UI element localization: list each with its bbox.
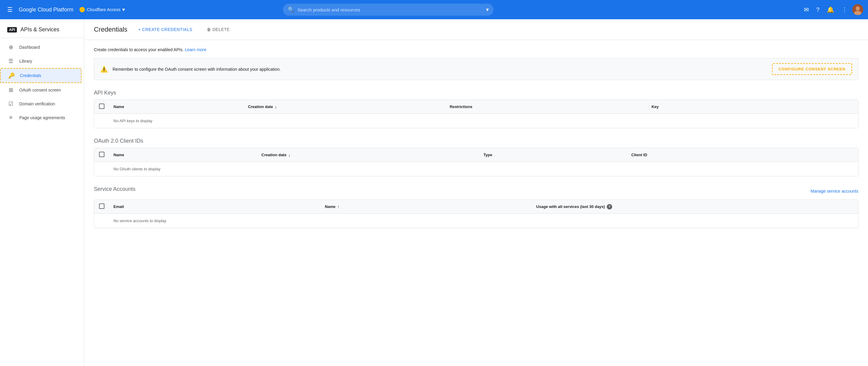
sidebar-item-label: Library [19,59,32,63]
oauth-title: OAuth 2.0 Client IDs [94,138,858,144]
sidebar-item-oauth[interactable]: ⊞ OAuth consent screen [0,83,82,97]
service-accounts-table-header: Email Name ↑ Usage with all services (la… [94,200,858,214]
service-accounts-col-usage: Usage with all services (last 30 days) ? [536,204,853,210]
oauth-section: OAuth 2.0 Client IDs Name Creation date … [94,138,858,176]
sidebar-item-label: Dashboard [19,45,40,50]
delete-button[interactable]: 🗑 DELETE [203,25,233,34]
oauth-table: Name Creation date ↓ Type Client ID No O… [94,148,858,176]
search-input[interactable] [297,7,483,12]
search-expand-icon[interactable]: ▾ [486,6,489,13]
service-accounts-section: Service Accounts Manage service accounts… [94,186,858,228]
create-credentials-button[interactable]: + CREATE CREDENTIALS [134,25,196,34]
service-accounts-header-row: Service Accounts Manage service accounts [94,186,858,196]
info-text: Create credentials to access your enable… [94,47,858,52]
project-name: Cloudflare Access [87,7,120,12]
search-bar: 🔍 ▾ [283,4,494,16]
search-icon: 🔍 [288,6,294,13]
sidebar-item-library[interactable]: ☰ Library [0,54,82,68]
api-keys-col-name: Name [114,104,248,109]
sort-down-icon: ↓ [288,153,290,157]
api-keys-col-key: Key [652,104,853,109]
oauth-col-client-id: Client ID [631,153,853,157]
sidebar-item-label: Credentials [20,73,41,78]
avatar[interactable] [852,4,863,15]
logo-text: Google Cloud Platform [19,7,73,13]
alert-banner: ⚠️ Remember to configure the OAuth conse… [94,58,858,80]
page-usage-icon: ≡ [7,114,14,121]
api-badge: API [7,27,17,32]
hamburger-icon[interactable]: ☰ [5,4,15,16]
oauth-select-all-checkbox[interactable] [99,152,114,158]
service-accounts-table: Email Name ↑ Usage with all services (la… [94,200,858,228]
sidebar: API APIs & Services ⊕ Dashboard ☰ Librar… [0,19,84,366]
api-keys-table-header: Name Creation date ↓ Restrictions Key [94,100,858,114]
main-content: Credentials + CREATE CREDENTIALS 🗑 DELET… [84,19,868,366]
more-options-icon[interactable]: ⋮ [839,4,850,16]
library-icon: ☰ [7,58,14,64]
sort-up-icon: ↑ [337,204,340,209]
api-keys-col-date[interactable]: Creation date ↓ [248,104,450,109]
service-accounts-select-all-checkbox[interactable] [99,204,114,210]
help-icon[interactable]: ? [814,4,822,16]
oauth-table-header: Name Creation date ↓ Type Client ID [94,148,858,162]
manage-service-accounts-link[interactable]: Manage service accounts [810,189,858,193]
page-title: Credentials [94,26,127,33]
domain-icon: ☑ [7,100,14,107]
oauth-col-type: Type [483,153,631,157]
usage-help-icon[interactable]: ? [607,204,612,210]
api-keys-empty-row: No API keys to display [94,114,858,128]
dashboard-icon: ⊕ [7,44,14,51]
api-keys-select-all-checkbox[interactable] [99,103,114,110]
service-accounts-empty-row: No service accounts to display [94,214,858,228]
sidebar-header: API APIs & Services [0,22,84,38]
sidebar-item-label: Domain verification [19,101,55,106]
oauth-col-date[interactable]: Creation date ↓ [261,153,483,157]
configure-consent-screen-button[interactable]: CONFIGURE CONSENT SCREEN [772,63,852,75]
service-accounts-col-name[interactable]: Name ↑ [325,204,536,209]
main-body: Create credentials to access your enable… [84,40,868,245]
oauth-col-name: Name [114,153,261,157]
sidebar-item-domain-verification[interactable]: ☑ Domain verification [0,97,82,111]
chevron-down-icon: ▾ [122,6,125,13]
project-selector[interactable]: Cloudflare Access ▾ [77,6,127,13]
email-icon[interactable]: ✉ [802,4,811,16]
oauth-empty-row: No OAuth clients to display [94,162,858,176]
sidebar-item-page-usage[interactable]: ≡ Page usage agreements [0,111,82,124]
alert-message: Remember to configure the OAuth consent … [113,67,281,72]
credentials-icon: 🔑 [8,72,15,79]
sort-down-icon: ↓ [275,104,277,109]
logo: Google Cloud Platform [19,7,73,13]
sidebar-item-dashboard[interactable]: ⊕ Dashboard [0,40,82,54]
alert-content: ⚠️ Remember to configure the OAuth conse… [100,66,281,73]
project-dot-icon [80,7,85,12]
api-keys-col-restrictions: Restrictions [450,104,651,109]
service-accounts-title: Service Accounts [94,186,135,192]
sidebar-title: APIs & Services [21,27,59,33]
service-accounts-col-email: Email [114,204,325,209]
notification-icon[interactable]: 🔔 [824,4,837,16]
warning-icon: ⚠️ [100,66,108,73]
main-header: Credentials + CREATE CREDENTIALS 🗑 DELET… [84,19,868,40]
nav-icons: ✉ ? 🔔 ⋮ [802,4,863,16]
sidebar-item-label: OAuth consent screen [19,88,61,92]
oauth-icon: ⊞ [7,87,14,93]
api-keys-table: Name Creation date ↓ Restrictions Key No… [94,100,858,128]
api-keys-title: API Keys [94,90,858,96]
sidebar-item-label: Page usage agreements [19,115,65,120]
api-keys-section: API Keys Name Creation date ↓ Restrictio… [94,90,858,128]
svg-point-1 [856,6,860,10]
learn-more-link[interactable]: Learn more [185,47,207,52]
sidebar-item-credentials[interactable]: 🔑 Credentials [0,68,82,83]
